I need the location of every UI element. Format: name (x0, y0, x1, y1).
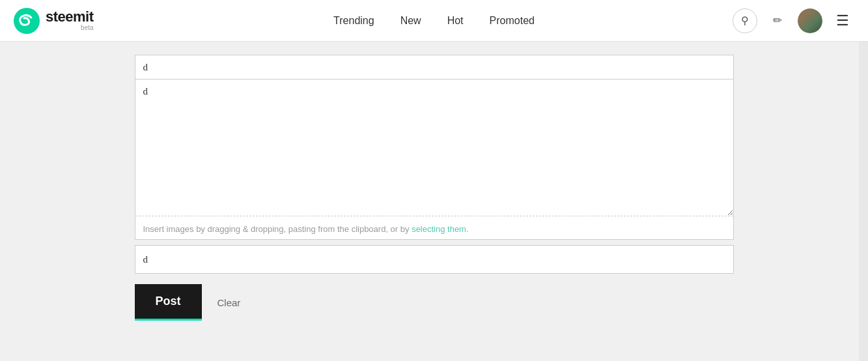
nav-hot[interactable]: Hot (447, 15, 464, 27)
search-button[interactable]: ⚲ (733, 8, 757, 33)
action-row: Post Clear (135, 284, 734, 321)
scrollbar[interactable] (859, 0, 868, 361)
main-content: d Insert images by dragging & dropping, … (0, 42, 868, 334)
avatar[interactable] (798, 8, 822, 33)
body-textarea[interactable]: d (135, 79, 733, 216)
image-hint-text: Insert images by dragging & dropping, pa… (143, 224, 412, 234)
image-hint-end: . (466, 224, 469, 234)
nav-new[interactable]: New (400, 15, 421, 27)
avatar-image (798, 8, 822, 33)
logo-text-wrapper: steemit beta (46, 10, 94, 31)
compose-button[interactable]: ✏ (765, 8, 790, 33)
pencil-icon: ✏ (773, 14, 782, 27)
image-hint: Insert images by dragging & dropping, pa… (135, 219, 733, 239)
logo[interactable]: steemit beta (13, 7, 94, 35)
search-icon: ⚲ (741, 14, 749, 27)
tags-input[interactable] (135, 245, 734, 274)
nav-trending[interactable]: Trending (333, 15, 374, 27)
steemit-logo-icon (13, 7, 40, 35)
post-form: d Insert images by dragging & dropping, … (135, 55, 734, 321)
menu-button[interactable]: ☰ (830, 8, 855, 33)
logo-text: steemit (46, 10, 94, 24)
title-input[interactable] (135, 55, 734, 79)
header-right: ⚲ ✏ ☰ (733, 8, 855, 33)
body-section: d Insert images by dragging & dropping, … (135, 79, 734, 240)
post-button[interactable]: Post (135, 284, 202, 321)
select-images-link[interactable]: selecting them (412, 224, 466, 234)
main-nav: Trending New Hot Promoted (333, 15, 535, 27)
nav-promoted[interactable]: Promoted (490, 15, 535, 27)
logo-beta: beta (46, 24, 94, 31)
svg-point-0 (14, 8, 40, 34)
hamburger-icon: ☰ (836, 12, 849, 29)
clear-button[interactable]: Clear (217, 297, 241, 308)
header: steemit beta Trending New Hot Promoted ⚲… (0, 0, 868, 42)
